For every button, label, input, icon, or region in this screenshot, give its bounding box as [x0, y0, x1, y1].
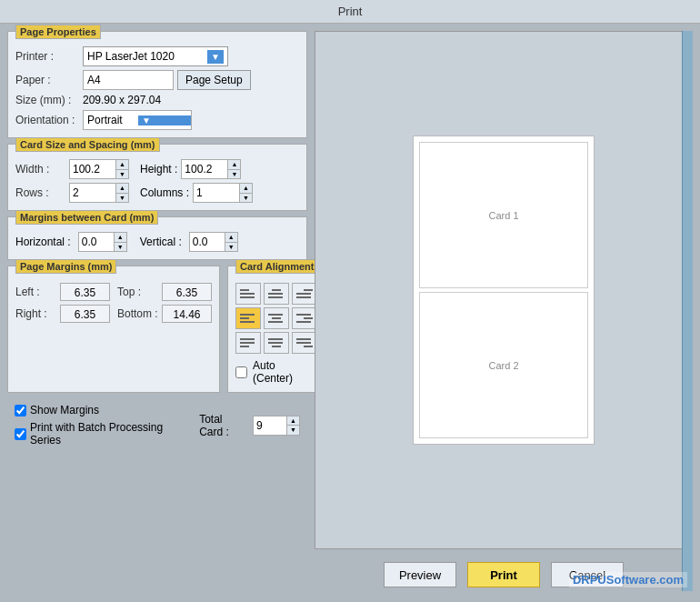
total-card-arrows[interactable]: ▲ ▼ — [286, 416, 299, 435]
left-margin-item: Left : 6.35 — [15, 283, 110, 301]
align-bot-center[interactable] — [264, 332, 289, 354]
width-spinbox[interactable]: 100.2 ▲ ▼ — [69, 159, 129, 179]
orientation-row: Orientation : Portrait ▼ — [15, 110, 299, 130]
height-arrows[interactable]: ▲ ▼ — [227, 160, 240, 178]
show-margins-checkbox[interactable] — [15, 405, 26, 416]
rows-arrows[interactable]: ▲ ▼ — [115, 184, 128, 202]
print-button[interactable]: Print — [467, 562, 540, 587]
auto-center-row: Auto (Center) — [235, 359, 317, 385]
align-tr-icon — [296, 287, 313, 300]
printer-row: Printer : HP LaserJet 1020 ▼ — [15, 46, 299, 66]
right-panel: Card 1 Card 2 Preview Print Cancel DRPUS… — [315, 31, 693, 591]
watermark: DRPUSoftware.com — [569, 572, 687, 587]
horizontal-input[interactable]: 0.0 — [79, 233, 114, 251]
align-bl-icon — [240, 336, 256, 349]
size-value: 209.90 x 297.04 — [83, 94, 161, 106]
align-tl-icon — [240, 287, 256, 300]
total-card-down[interactable]: ▼ — [287, 426, 299, 435]
auto-center-checkbox[interactable] — [235, 366, 247, 378]
total-card-label: Total Card : — [199, 413, 245, 438]
width-arrows[interactable]: ▲ ▼ — [115, 160, 128, 178]
paper-label: Paper : — [15, 74, 79, 86]
columns-label: Columns : — [140, 186, 189, 199]
card-alignments-section: Card Alignments — [227, 266, 325, 393]
printer-dropdown-arrow[interactable]: ▼ — [207, 50, 224, 64]
columns-arrows[interactable]: ▲ ▼ — [239, 184, 252, 202]
total-card-spinbox[interactable]: 9 ▲ ▼ — [253, 416, 300, 436]
rows-input[interactable]: 2 — [70, 184, 115, 202]
height-up[interactable]: ▲ — [228, 160, 240, 170]
width-input[interactable]: 100.2 — [70, 160, 115, 178]
card1-label: Card 1 — [488, 210, 518, 221]
horizontal-arrows[interactable]: ▲ ▼ — [114, 233, 126, 251]
total-card-row: Total Card : 9 ▲ ▼ — [199, 413, 300, 438]
vertical-arrows[interactable]: ▲ ▼ — [225, 233, 237, 251]
rows-cols-row: Rows : 2 ▲ ▼ Columns : 1 ▲ ▼ — [15, 183, 299, 203]
horizontal-spinbox[interactable]: 0.0 ▲ ▼ — [78, 232, 127, 252]
rows-spinbox[interactable]: 2 ▲ ▼ — [69, 183, 129, 203]
rows-label: Rows : — [15, 186, 65, 199]
width-up[interactable]: ▲ — [116, 160, 128, 170]
align-mid-right[interactable] — [292, 307, 317, 329]
preview-button[interactable]: Preview — [384, 562, 456, 587]
columns-spinbox[interactable]: 1 ▲ ▼ — [193, 183, 253, 203]
rows-up[interactable]: ▲ — [116, 184, 128, 194]
card-size-title: Card Size and Spacing (mm) — [15, 137, 160, 152]
align-top-right[interactable] — [292, 283, 317, 305]
width-down[interactable]: ▼ — [116, 170, 128, 179]
print-batch-checkbox[interactable] — [15, 428, 26, 440]
columns-down[interactable]: ▼ — [240, 194, 252, 203]
vertical-up[interactable]: ▲ — [225, 233, 237, 243]
preview-area: Card 1 Card 2 — [315, 31, 693, 549]
right-margin-value: 6.35 — [60, 305, 110, 323]
vertical-label: Vertical : — [140, 236, 182, 248]
bottom-margin-label: Bottom : — [117, 307, 158, 320]
align-mid-left[interactable] — [235, 307, 261, 329]
rows-down[interactable]: ▼ — [116, 194, 128, 203]
alignment-grid — [235, 283, 317, 354]
align-top-left[interactable] — [235, 283, 261, 305]
card2-preview: Card 2 — [419, 292, 588, 438]
vertical-spinbox[interactable]: 0.0 ▲ ▼ — [189, 232, 238, 252]
horizontal-up[interactable]: ▲ — [115, 233, 126, 243]
columns-input[interactable]: 1 — [194, 184, 239, 202]
align-top-center[interactable] — [264, 283, 289, 305]
align-mr-icon — [296, 312, 313, 325]
top-margin-label: Top : — [117, 286, 158, 298]
total-card-input[interactable]: 9 — [254, 416, 286, 435]
show-margins-item: Show Margins — [15, 404, 181, 416]
total-card-up[interactable]: ▲ — [287, 416, 299, 426]
page-margins-title: Page Margins (mm) — [15, 259, 116, 274]
card1-preview: Card 1 — [419, 142, 588, 288]
page-properties-section: Page Properties Printer : HP LaserJet 10… — [7, 31, 307, 138]
horizontal-down[interactable]: ▼ — [115, 243, 126, 252]
align-tc-icon — [268, 287, 285, 300]
height-down[interactable]: ▼ — [228, 170, 240, 179]
paper-preview: Card 1 Card 2 — [413, 135, 595, 445]
size-row: Size (mm) : 209.90 x 297.04 — [15, 94, 299, 106]
page-setup-button[interactable]: Page Setup — [177, 70, 251, 90]
scrollbar[interactable] — [682, 31, 693, 591]
width-height-row: Width : 100.2 ▲ ▼ Height : 100.2 ▲ ▼ — [15, 159, 299, 179]
height-label: Height : — [140, 163, 177, 176]
height-spinbox[interactable]: 100.2 ▲ ▼ — [181, 159, 241, 179]
bottom-margin-item: Bottom : 14.46 — [117, 305, 212, 323]
card-size-section: Card Size and Spacing (mm) Width : 100.2… — [7, 144, 307, 211]
align-mid-center[interactable] — [264, 307, 289, 329]
title-bar: Print — [0, 0, 700, 24]
vertical-down[interactable]: ▼ — [225, 243, 237, 252]
paper-input[interactable]: A4 — [83, 70, 174, 90]
left-panel: Page Properties Printer : HP LaserJet 10… — [7, 31, 307, 591]
size-label: Size (mm) : — [15, 94, 79, 106]
vertical-input[interactable]: 0.0 — [190, 233, 225, 251]
card-alignments-title: Card Alignments — [235, 259, 325, 274]
orientation-select[interactable]: Portrait ▼ — [83, 110, 192, 130]
orientation-dropdown-arrow[interactable]: ▼ — [138, 115, 191, 125]
margins-between-title: Margins between Card (mm) — [15, 210, 158, 225]
printer-select[interactable]: HP LaserJet 1020 ▼ — [83, 46, 228, 66]
align-bot-right[interactable] — [292, 332, 317, 354]
height-input[interactable]: 100.2 — [182, 160, 227, 178]
columns-up[interactable]: ▲ — [240, 184, 252, 194]
align-bot-left[interactable] — [235, 332, 261, 354]
h-v-margin-row: Horizontal : 0.0 ▲ ▼ Vertical : 0.0 ▲ ▼ — [15, 232, 299, 252]
